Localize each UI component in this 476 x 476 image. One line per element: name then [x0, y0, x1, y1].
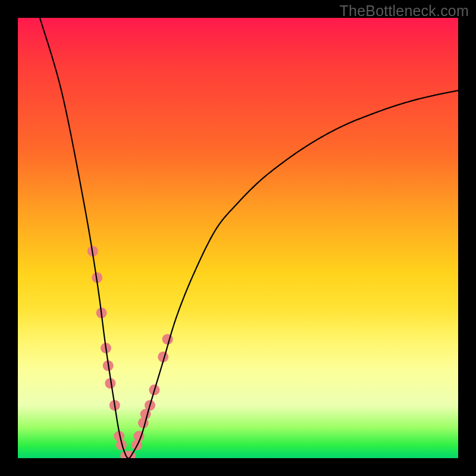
chart-frame: TheBottleneck.com [0, 0, 476, 476]
bottleneck-curve [40, 18, 458, 458]
chart-svg [18, 18, 458, 458]
watermark-text: TheBottleneck.com [340, 2, 469, 20]
plot-area [18, 18, 458, 458]
data-marker [162, 334, 173, 345]
data-markers-group [87, 246, 173, 458]
